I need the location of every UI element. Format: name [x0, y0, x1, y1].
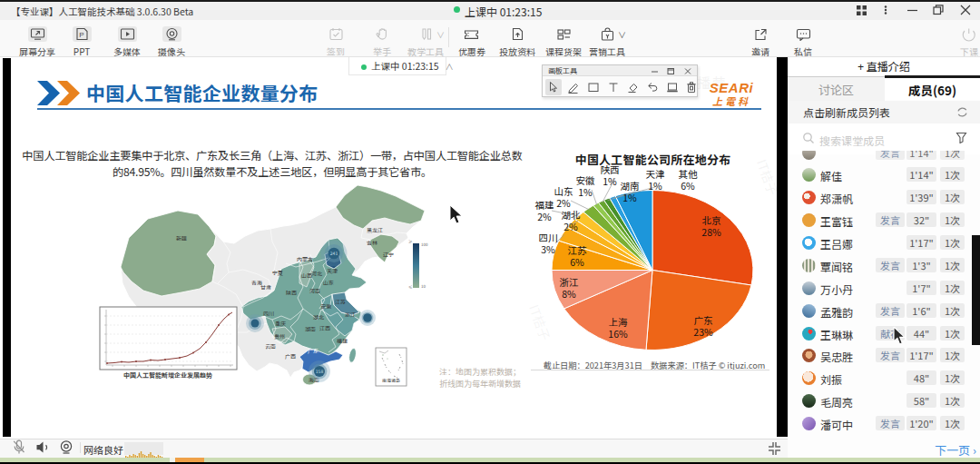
svg-text:新疆: 新疆 — [176, 234, 187, 242]
svg-text:黑龙江: 黑龙江 — [367, 226, 383, 234]
svg-text:南海诸岛: 南海诸岛 — [382, 377, 400, 383]
svg-text:重庆: 重庆 — [275, 320, 286, 328]
svg-text:福建: 福建 — [337, 337, 348, 345]
svg-text:河南: 河南 — [309, 287, 320, 295]
svg-text:甘肃: 甘肃 — [260, 283, 271, 291]
svg-text:湖北: 湖北 — [313, 313, 324, 321]
svg-text:≥: ≥ — [408, 239, 413, 244]
svg-text:江西: 江西 — [319, 324, 330, 332]
svg-text:云南: 云南 — [265, 342, 276, 350]
svg-text:吉林: 吉林 — [367, 239, 377, 247]
svg-text:辽宁: 辽宁 — [383, 251, 394, 259]
svg-text:贵州: 贵州 — [274, 332, 285, 341]
svg-text:广东: 广东 — [308, 347, 318, 355]
svg-text:湖南: 湖南 — [305, 325, 316, 333]
svg-text:江苏: 江苏 — [335, 298, 346, 306]
svg-text:≤: ≤ — [408, 284, 413, 290]
svg-text:内蒙古: 内蒙古 — [297, 255, 313, 263]
svg-text:100: 100 — [421, 242, 428, 247]
svg-text:158: 158 — [316, 368, 324, 374]
svg-text:广西: 广西 — [285, 352, 296, 360]
svg-text:河北: 河北 — [311, 270, 322, 278]
svg-text:宁夏: 宁夏 — [272, 269, 283, 277]
svg-text:241: 241 — [330, 250, 338, 256]
svg-text:浙江: 浙江 — [345, 311, 356, 319]
svg-text:天津: 天津 — [327, 267, 338, 275]
svg-text:陕西: 陕西 — [286, 289, 297, 297]
svg-text:P: P — [79, 31, 83, 39]
svg-text:山东: 山东 — [323, 279, 334, 287]
svg-text:四川: 四川 — [263, 310, 274, 318]
svg-text:安徽: 安徽 — [320, 302, 332, 311]
svg-text:中国人工智能新增企业发展趋势: 中国人工智能新增企业发展趋势 — [123, 370, 212, 380]
svg-text:10: 10 — [421, 283, 426, 289]
